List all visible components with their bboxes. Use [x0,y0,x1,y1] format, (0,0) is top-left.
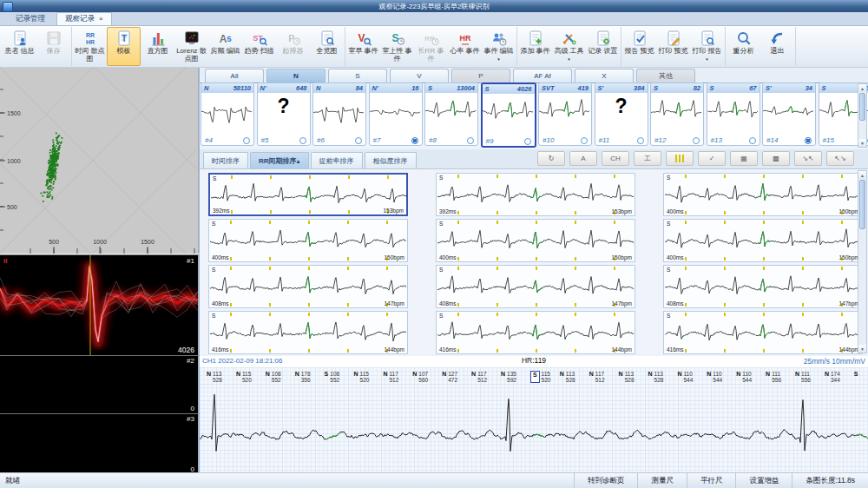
collapse-icon[interactable]: ↘↖ [794,151,822,166]
category-tab-af-af[interactable]: AF Af [513,69,572,82]
ecg-grid-cell[interactable]: S400ms150bpm [208,219,408,262]
channel-icon[interactable]: CH [602,151,629,166]
channel-3-panel[interactable]: #3 0 [0,413,200,474]
ecg-grid-cell[interactable]: S400ms150bpm [663,219,863,262]
calipers-icon[interactable] [666,151,694,166]
reanalyze-button[interactable]: 重分析 [727,27,760,66]
category-tab-x[interactable]: X [575,69,634,82]
ecg-grid-cell[interactable]: S400ms150bpm [436,219,635,262]
beat-annotation: S115520 [530,371,551,383]
v-event-button[interactable]: V室早 事件 [346,27,380,66]
report-preview-button[interactable]: 报告 预览 [622,27,656,66]
template-card[interactable]: S67#13 [707,82,760,146]
template-radio[interactable] [749,137,756,144]
category-tab-v[interactable]: V [390,69,449,82]
category-tab-all[interactable]: All [205,69,264,82]
ecg-grid-cell[interactable]: S416ms144bpm [436,311,635,354]
lorenz-button[interactable]: Lorenz 散点图 [174,27,208,66]
scroll-down-icon[interactable]: ▼ [858,345,866,353]
hr-event-button[interactable]: HR心率 事件 [448,27,482,66]
document-tab[interactable]: 记录管理 [7,12,54,25]
template-card[interactable]: S82#12 [650,82,704,146]
template-card[interactable]: N58110#4 [201,82,254,146]
sort-tab[interactable]: 相似度排序 [365,152,417,168]
exit-button[interactable]: 退出 [760,27,794,66]
status-item[interactable]: 设置增益 [735,473,792,488]
expand-icon[interactable]: ↖↘ [826,151,854,166]
time-scatter-button[interactable]: RRHR时间 散点图 [73,27,107,66]
scroll-down-icon[interactable]: ▼ [858,139,866,147]
scroll-thumb[interactable] [859,180,865,229]
template-scrollbar[interactable]: ▲▼ [858,83,867,148]
template-radio[interactable] [243,137,250,144]
template-card[interactable]: N84#6 [312,82,366,146]
category-tab-s[interactable]: S [328,69,387,82]
ecg-grid-cell[interactable]: S392ms153bpm [208,173,408,216]
template-card[interactable]: S13004#8 [424,82,478,146]
print-report-button[interactable]: 打印 报告▾ [690,27,724,66]
template-card[interactable]: N'648?#5 [257,82,311,146]
event-edit-button[interactable]: 事件 编辑▾ [482,27,516,66]
s-event-button[interactable]: S室上性 事件 [380,27,414,66]
beat-overlay-panel[interactable]: II #1 4026 [0,254,200,355]
template-radio[interactable] [805,137,812,144]
status-item[interactable]: 平行尺 [687,473,736,488]
ecg-grid-cell[interactable]: S408ms147bpm [208,265,408,308]
ecg-grid-cell[interactable]: S416ms144bpm [663,311,863,354]
sort-tab[interactable]: 提前率排序 [311,152,363,168]
record-settings-button[interactable]: 记录 设置 [586,27,620,66]
advanced-tools-button[interactable]: 高级 工具▾ [552,27,586,66]
zoom-page-icon[interactable]: A [569,151,597,166]
ecg-rhythm-strip[interactable]: HR:119 CH1 2022-02-09 18:21:06 25mm/s 10… [200,356,868,473]
template-card[interactable]: SVT419#10 [538,82,592,146]
template-radio[interactable] [581,137,588,144]
template-card[interactable]: S'384?#11 [595,82,648,146]
beat-label-boxed[interactable]: S [530,371,540,383]
template-radio[interactable] [299,137,306,144]
scroll-thumb[interactable] [859,93,865,121]
status-item[interactable]: 测量尺 [637,473,687,488]
template-button[interactable]: T模板 [107,27,141,66]
status-item[interactable]: 转到诊断页 [574,473,638,488]
add-event-button[interactable]: 添加 事件 [518,27,552,66]
template-radio[interactable] [467,137,474,144]
ecg-grid-cell[interactable]: S392ms153bpm [436,173,635,216]
document-tab[interactable]: 观察记录× [56,12,112,25]
template-card[interactable]: N'16#7 [369,82,423,146]
status-item[interactable]: 条图长度:11.8s [792,473,868,488]
sort-tab[interactable]: RR间期排序▴ [250,152,309,168]
refresh-icon[interactable]: ↻ [537,151,565,166]
ecg-grid-cell[interactable]: S408ms147bpm [663,265,863,308]
overview-button[interactable]: 全览图 [310,27,344,66]
print-preview-icon [665,30,682,47]
ecg-grid-cell[interactable]: S416ms144bpm [208,311,408,354]
category-tab-n[interactable]: N [266,69,326,82]
template-radio[interactable] [693,137,700,144]
af-edit-button[interactable]: A5房颤 编辑 [208,27,242,66]
grid-large-icon[interactable]: ▩ [762,151,790,166]
template-radio[interactable] [355,137,362,144]
grid-small-icon[interactable]: ▦ [730,151,758,166]
template-radio[interactable] [637,137,644,144]
template-radio[interactable] [411,137,418,144]
channel-2-panel[interactable]: #2 0 [0,355,200,413]
template-card[interactable]: S'34#14 [762,82,816,146]
measure-icon[interactable]: 工 [634,151,661,166]
ecg-grid-cell[interactable]: S408ms147bpm [436,265,635,308]
sort-tab[interactable]: 时间排序 [203,152,248,168]
trend-scan-button[interactable]: ST趋势 扫描 [242,27,276,66]
select-check-icon[interactable]: ✓ [698,151,726,166]
close-tab-icon[interactable]: × [99,16,103,23]
scroll-up-icon[interactable]: ▲ [858,171,866,179]
template-radio[interactable] [524,138,531,145]
template-card[interactable]: S4026#9 [481,82,536,148]
category-tab-其他[interactable]: 其他 [636,69,695,82]
patient-info-button[interactable]: 患者 信息 [3,27,36,66]
category-tab-p[interactable]: P [451,69,510,82]
ecg-grid-cell[interactable]: S400ms150bpm [663,173,863,216]
scroll-up-icon[interactable]: ▲ [858,84,866,92]
print-preview-button[interactable]: 打印 预览 [656,27,690,66]
lorenz-scatter-panel[interactable]: 1500100050050010001500 [0,68,200,254]
histogram-button[interactable]: 直方图 [141,27,174,66]
grid-scrollbar[interactable]: ▲▼ [858,170,867,353]
